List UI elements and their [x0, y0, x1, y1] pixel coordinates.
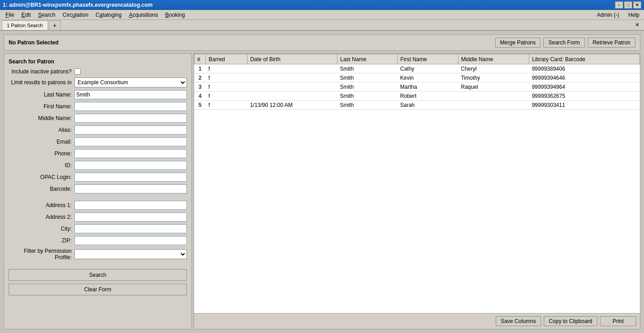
email-label: Email: — [9, 139, 74, 145]
middlename-input[interactable] — [74, 114, 187, 123]
menu-edit[interactable]: Edit — [18, 11, 34, 19]
cell-0: 5 — [195, 101, 206, 110]
menu-booking[interactable]: Booking — [161, 11, 188, 19]
table-row[interactable]: 2fSmithKevinTimothy99999394646 — [195, 73, 640, 82]
minimize-button[interactable]: – — [615, 1, 623, 9]
cell-1: f — [206, 82, 248, 92]
menu-admin[interactable]: Admin (-) — [594, 11, 622, 19]
work-area: Search for Patron Include inactive patro… — [4, 53, 640, 329]
tab-add-button[interactable]: + — [49, 20, 61, 30]
zip-input[interactable] — [74, 236, 187, 245]
email-row: Email: — [9, 137, 187, 146]
tab-close-button[interactable]: ✕ — [632, 21, 642, 29]
opac-input[interactable] — [74, 173, 187, 182]
table-row[interactable]: 1fSmithCathyCheryl99999389406 — [195, 64, 640, 73]
col-num[interactable]: # — [195, 54, 206, 64]
maximize-button[interactable]: □ — [624, 1, 632, 9]
lastname-label: Last Name: — [9, 92, 74, 98]
menu-right: Admin (-) Help — [594, 11, 642, 19]
cell-3: Smith — [337, 92, 397, 101]
merge-patrons-button[interactable]: Merge Patrons — [495, 38, 541, 48]
phone-label: Phone: — [9, 150, 74, 157]
results-container: # Barred Date of Birth Last Name First N… — [194, 54, 640, 313]
col-barred[interactable]: Barred — [206, 54, 248, 64]
cell-0: 1 — [195, 64, 206, 73]
permission-select[interactable] — [74, 249, 187, 259]
menu-search[interactable]: Search — [34, 11, 59, 19]
barcode-row: Barcode: — [9, 184, 187, 193]
col-firstname[interactable]: First Name — [397, 54, 458, 64]
limit-row: Limit results to patrons in Example Cons… — [9, 77, 187, 87]
table-row[interactable]: 3fSmithMarthaRaquel99999394964 — [195, 82, 640, 92]
patron-status: No Patron Selected — [9, 39, 59, 46]
lastname-input[interactable] — [74, 90, 187, 99]
email-input[interactable] — [74, 137, 187, 146]
cell-6: 99999362675 — [529, 92, 640, 101]
menu-acquisitions[interactable]: Acquisitions — [125, 11, 161, 19]
col-middlename[interactable]: Middle Name — [458, 54, 529, 64]
clear-form-button[interactable]: Clear Form — [9, 284, 187, 295]
results-panel: # Barred Date of Birth Last Name First N… — [194, 53, 640, 329]
close-button[interactable]: ✕ — [633, 1, 641, 9]
menu-file[interactable]: File — [2, 11, 18, 19]
search-panel: Search for Patron Include inactive patro… — [4, 53, 192, 329]
limit-label: Limit results to patrons in — [9, 79, 74, 86]
alias-input[interactable] — [74, 125, 187, 135]
print-button[interactable]: Print — [600, 316, 636, 326]
tab-patron-search-label: 1 Patron Search — [7, 23, 43, 28]
cell-3: Smith — [337, 64, 397, 73]
permission-label: Filter by Permission Profile: — [9, 248, 74, 261]
opac-label: OPAC Login: — [9, 174, 74, 180]
search-button[interactable]: Search — [9, 269, 187, 281]
retrieve-patron-button[interactable]: Retrieve Patron — [588, 38, 635, 48]
cell-3: Smith — [337, 82, 397, 92]
address2-input[interactable] — [74, 212, 187, 222]
table-row[interactable]: 5f1/13/90 12:00 AMSmithSarah99999303411 — [195, 101, 640, 110]
col-lastname[interactable]: Last Name — [337, 54, 397, 64]
col-dob[interactable]: Date of Birth — [247, 54, 337, 64]
limit-select[interactable]: Example Consortium — [74, 77, 187, 87]
cell-2: 1/13/90 12:00 AM — [247, 101, 337, 110]
cell-0: 3 — [195, 82, 206, 92]
menu-help[interactable]: Help — [625, 11, 642, 19]
results-table: # Barred Date of Birth Last Name First N… — [194, 54, 640, 110]
phone-input[interactable] — [74, 149, 187, 158]
copy-clipboard-button[interactable]: Copy to Clipboard — [544, 316, 597, 326]
cell-2 — [247, 82, 337, 92]
title-text: 1: admin@BR1-winxpvmfx.phasefx.evergreen… — [3, 2, 615, 8]
city-input[interactable] — [74, 224, 187, 233]
table-row[interactable]: 4fSmithRobert99999362675 — [195, 92, 640, 101]
cell-5 — [458, 92, 529, 101]
cell-1: f — [206, 64, 248, 73]
cell-2 — [247, 64, 337, 73]
firstname-row: First Name: — [9, 102, 187, 111]
cell-4: Kevin — [397, 73, 458, 82]
phone-row: Phone: — [9, 149, 187, 158]
cell-4: Martha — [397, 82, 458, 92]
cell-6: 99999394964 — [529, 82, 640, 92]
id-row: ID: — [9, 161, 187, 170]
window-controls: – □ ✕ — [615, 1, 641, 9]
firstname-input[interactable] — [74, 102, 187, 111]
menu-circulation[interactable]: Circulation — [59, 11, 92, 19]
cell-1: f — [206, 92, 248, 101]
address1-input[interactable] — [74, 201, 187, 210]
inactive-checkbox[interactable] — [74, 68, 81, 75]
id-input[interactable] — [74, 161, 187, 170]
cell-1: f — [206, 101, 248, 110]
col-barcode[interactable]: Library Card: Barcode — [529, 54, 640, 64]
menu-cataloging[interactable]: Cataloging — [92, 11, 125, 19]
cell-4: Cathy — [397, 64, 458, 73]
save-columns-button[interactable]: Save Columns — [496, 316, 541, 326]
alias-row: Alias: — [9, 125, 187, 135]
cell-3: Smith — [337, 73, 397, 82]
results-tbody: 1fSmithCathyCheryl999993894062fSmithKevi… — [195, 64, 640, 110]
cell-0: 4 — [195, 92, 206, 101]
menu-bar: File Edit Search Circulation Cataloging … — [0, 10, 644, 20]
address1-row: Address 1: — [9, 201, 187, 210]
middlename-label: Middle Name: — [9, 115, 74, 121]
cell-2 — [247, 92, 337, 101]
tab-patron-search[interactable]: 1 Patron Search — [2, 20, 48, 30]
barcode-input[interactable] — [74, 184, 187, 193]
search-form-button[interactable]: Search Form — [543, 38, 585, 48]
